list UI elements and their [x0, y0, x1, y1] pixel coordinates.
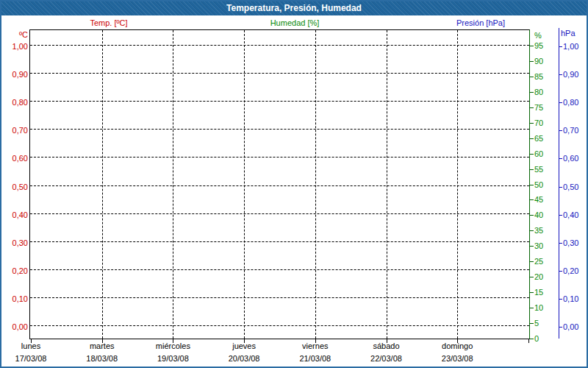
window-titlebar: Temperatura, Presión, Humedad	[1, 1, 587, 15]
pressure-axis-tick	[559, 243, 562, 244]
humidity-axis-tick	[530, 77, 534, 77]
humidity-axis-tick-label: 95	[534, 41, 543, 50]
pressure-axis-tick-label: 0,00	[563, 322, 578, 331]
temperature-axis-tick-label: 0,50	[1, 183, 28, 191]
humidity-axis-tick-label: 70	[534, 118, 543, 127]
legend-humidity-label: Humedad [%]	[243, 18, 346, 28]
humidity-axis-tick	[530, 107, 534, 108]
humidity-axis-tick	[530, 261, 534, 262]
v-gridline	[457, 30, 458, 339]
temperature-axis-tick-label: 0,40	[1, 210, 28, 219]
day-date-label: 18/03/08	[67, 354, 137, 364]
humidity-axis-tick	[530, 61, 534, 62]
temperature-axis-tick-label: 0,60	[1, 154, 28, 163]
pressure-axis-tick-label: 0,30	[563, 238, 578, 247]
pressure-axis-tick	[559, 327, 562, 328]
pressure-axis-tick-label: 0,80	[563, 98, 578, 107]
h-gridline	[30, 185, 529, 186]
humidity-axis-tick-label: 85	[534, 72, 543, 81]
h-gridline	[30, 45, 529, 46]
day-name-label: miércoles	[137, 342, 208, 351]
humidity-axis-tick-label: 55	[534, 165, 543, 174]
pressure-axis-tick-label: 0,20	[563, 266, 578, 275]
v-gridline	[102, 30, 103, 339]
day-name-label: lunes	[0, 342, 66, 351]
humidity-axis-tick-label: 25	[534, 257, 543, 266]
v-gridline	[387, 30, 387, 339]
h-gridline	[30, 213, 529, 214]
humidity-axis-tick	[530, 277, 534, 277]
legend-temperature-label: Temp. [ºC]	[57, 18, 160, 28]
pressure-axis-tick	[559, 271, 562, 272]
pressure-axis-tick-label: 0,60	[563, 154, 578, 163]
humidity-axis-tick-label: 80	[534, 88, 543, 96]
humidity-axis-tick-label: 90	[534, 57, 543, 66]
pressure-axis-tick-label: 0,10	[563, 294, 578, 303]
humidity-axis-tick-label: 65	[534, 134, 543, 143]
humidity-axis-tick-label: 75	[534, 103, 543, 112]
h-gridline	[30, 101, 529, 102]
temperature-axis-tick-label: 0,80	[1, 98, 28, 107]
humidity-axis-tick-label: 40	[534, 210, 543, 219]
day-date-label: 21/03/08	[280, 354, 351, 364]
humidity-axis-tick-label: 50	[534, 180, 543, 189]
temperature-axis-tick-label: 0,10	[1, 294, 28, 303]
day-name-label: jueves	[209, 342, 279, 351]
plot-area	[29, 29, 530, 339]
humidity-axis-tick-label: 10	[534, 303, 543, 312]
humidity-axis-tick	[530, 46, 534, 46]
humidity-axis-tick	[530, 339, 534, 339]
temperature-axis-tick-label: 0,00	[1, 322, 28, 331]
humidity-axis-tick-label: 35	[534, 226, 543, 235]
date-axis-tick	[528, 339, 529, 343]
humidity-axis-tick	[530, 169, 534, 170]
humidity-axis-tick-label: 60	[534, 149, 543, 158]
legend-pressure-label: Presión [hPa]	[429, 18, 532, 28]
day-date-label: 17/03/08	[0, 354, 66, 364]
humidity-axis-tick-label: 45	[534, 195, 543, 204]
pressure-axis-tick-label: 0,90	[563, 70, 578, 79]
temperature-axis-tick-label: 0,30	[1, 238, 28, 247]
temperature-axis-tick-label: 0,20	[1, 266, 28, 275]
pressure-axis-unit-label: hPa	[561, 29, 576, 38]
humidity-axis-unit-label: %	[534, 31, 542, 40]
temperature-axis-tick-label: 0,70	[1, 126, 28, 135]
humidity-axis-tick	[530, 138, 534, 139]
pressure-axis-tick	[559, 46, 562, 47]
humidity-axis-tick	[530, 185, 534, 185]
v-gridline	[244, 30, 245, 339]
humidity-axis-tick	[530, 308, 534, 308]
humidity-axis-tick-label: 5	[534, 319, 539, 328]
humidity-axis-tick	[530, 323, 534, 324]
humidity-axis-tick-label: 15	[534, 288, 543, 297]
pressure-axis-tick-label: 0,50	[563, 183, 578, 191]
humidity-axis-tick	[530, 199, 534, 200]
window-title: Temperatura, Presión, Humedad	[226, 3, 362, 13]
day-name-label: sábado	[351, 342, 422, 351]
weather-chart-window: Temperatura, Presión, Humedad Temp. [ºC]…	[0, 0, 588, 368]
h-gridline	[30, 269, 529, 270]
temperature-axis-tick-label: 1,00	[1, 42, 28, 51]
pressure-axis-tick-label: 0,70	[563, 126, 578, 135]
pressure-axis-tick-label: 0,40	[563, 210, 578, 219]
h-gridline	[30, 325, 529, 326]
pressure-axis-tick-label: 1,00	[563, 42, 578, 51]
day-date-label: 23/03/08	[422, 354, 492, 364]
pressure-axis-tick	[559, 74, 562, 75]
day-name-label: domingo	[422, 342, 492, 351]
humidity-axis-tick-label: 20	[534, 272, 543, 281]
humidity-axis-tick	[530, 230, 534, 231]
v-gridline	[315, 30, 316, 339]
humidity-axis-tick	[530, 123, 534, 124]
pressure-axis-tick	[559, 102, 562, 103]
humidity-axis-tick-label: 0	[534, 334, 539, 343]
pressure-axis-tick	[559, 215, 562, 216]
v-gridline	[173, 30, 173, 339]
humidity-axis-tick	[530, 92, 534, 93]
h-gridline	[30, 297, 529, 298]
h-gridline	[30, 157, 529, 158]
humidity-axis-tick	[530, 154, 534, 155]
day-date-label: 19/03/08	[137, 354, 208, 364]
left-axis-unit-label: ºC	[1, 30, 28, 40]
humidity-axis-tick	[530, 292, 534, 293]
